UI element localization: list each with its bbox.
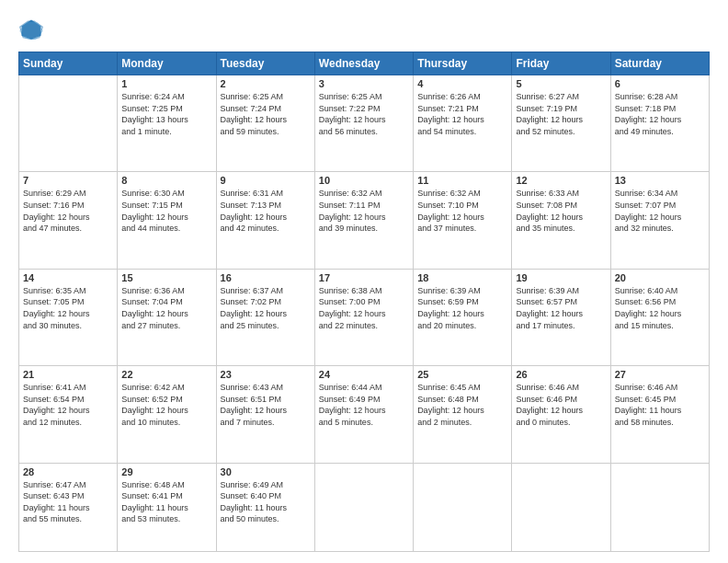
day-info: Sunrise: 6:30 AM Sunset: 7:15 PM Dayligh… — [121, 188, 211, 234]
logo-icon — [18, 17, 44, 42]
day-info: Sunrise: 6:46 AM Sunset: 6:45 PM Dayligh… — [615, 382, 705, 428]
calendar-cell: 16Sunrise: 6:37 AM Sunset: 7:02 PM Dayli… — [216, 269, 314, 365]
calendar-table: SundayMondayTuesdayWednesdayThursdayFrid… — [18, 52, 710, 552]
calendar-cell: 7Sunrise: 6:29 AM Sunset: 7:16 PM Daylig… — [19, 172, 118, 269]
calendar-cell — [314, 463, 413, 552]
day-info: Sunrise: 6:29 AM Sunset: 7:16 PM Dayligh… — [23, 188, 113, 234]
weekday-header-wednesday: Wednesday — [314, 52, 413, 75]
calendar-cell — [19, 75, 118, 172]
calendar-cell: 17Sunrise: 6:38 AM Sunset: 7:00 PM Dayli… — [314, 269, 413, 365]
day-info: Sunrise: 6:45 AM Sunset: 6:48 PM Dayligh… — [417, 382, 507, 428]
calendar-cell: 13Sunrise: 6:34 AM Sunset: 7:07 PM Dayli… — [610, 172, 709, 269]
logo — [18, 17, 48, 42]
day-number: 18 — [417, 272, 507, 283]
day-info: Sunrise: 6:25 AM Sunset: 7:22 PM Dayligh… — [319, 91, 409, 137]
calendar-cell: 4Sunrise: 6:26 AM Sunset: 7:21 PM Daylig… — [414, 75, 512, 172]
weekday-header-row: SundayMondayTuesdayWednesdayThursdayFrid… — [19, 52, 710, 75]
day-number: 23 — [221, 369, 311, 380]
day-info: Sunrise: 6:47 AM Sunset: 6:43 PM Dayligh… — [23, 479, 113, 525]
header — [18, 17, 710, 42]
day-number: 20 — [615, 272, 705, 283]
calendar-cell: 27Sunrise: 6:46 AM Sunset: 6:45 PM Dayli… — [610, 366, 709, 463]
day-number: 9 — [221, 175, 311, 186]
day-number: 21 — [23, 369, 113, 380]
weekday-header-monday: Monday — [118, 52, 216, 75]
calendar-cell: 21Sunrise: 6:41 AM Sunset: 6:54 PM Dayli… — [19, 366, 118, 463]
day-number: 3 — [319, 78, 409, 89]
calendar-cell: 8Sunrise: 6:30 AM Sunset: 7:15 PM Daylig… — [118, 172, 216, 269]
day-number: 12 — [516, 175, 606, 186]
day-info: Sunrise: 6:49 AM Sunset: 6:40 PM Dayligh… — [221, 479, 311, 525]
day-info: Sunrise: 6:40 AM Sunset: 6:56 PM Dayligh… — [615, 285, 705, 331]
calendar-cell: 28Sunrise: 6:47 AM Sunset: 6:43 PM Dayli… — [19, 463, 118, 552]
day-info: Sunrise: 6:34 AM Sunset: 7:07 PM Dayligh… — [615, 188, 705, 234]
calendar-cell: 1Sunrise: 6:24 AM Sunset: 7:25 PM Daylig… — [118, 75, 216, 172]
day-number: 28 — [23, 466, 113, 477]
day-info: Sunrise: 6:46 AM Sunset: 6:46 PM Dayligh… — [516, 382, 606, 428]
day-number: 16 — [221, 272, 311, 283]
day-number: 19 — [516, 272, 606, 283]
day-number: 25 — [417, 369, 507, 380]
day-number: 4 — [417, 78, 507, 89]
day-number: 10 — [319, 175, 409, 186]
day-number: 8 — [121, 175, 211, 186]
day-info: Sunrise: 6:39 AM Sunset: 6:59 PM Dayligh… — [417, 285, 507, 331]
calendar-cell: 23Sunrise: 6:43 AM Sunset: 6:51 PM Dayli… — [216, 366, 314, 463]
day-number: 15 — [121, 272, 211, 283]
calendar-cell: 24Sunrise: 6:44 AM Sunset: 6:49 PM Dayli… — [314, 366, 413, 463]
calendar-cell: 25Sunrise: 6:45 AM Sunset: 6:48 PM Dayli… — [414, 366, 512, 463]
calendar-cell: 19Sunrise: 6:39 AM Sunset: 6:57 PM Dayli… — [512, 269, 610, 365]
day-info: Sunrise: 6:38 AM Sunset: 7:00 PM Dayligh… — [319, 285, 409, 331]
day-number: 22 — [121, 369, 211, 380]
day-info: Sunrise: 6:37 AM Sunset: 7:02 PM Dayligh… — [221, 285, 311, 331]
day-info: Sunrise: 6:42 AM Sunset: 6:52 PM Dayligh… — [121, 382, 211, 428]
calendar-cell — [610, 463, 709, 552]
calendar-cell: 9Sunrise: 6:31 AM Sunset: 7:13 PM Daylig… — [216, 172, 314, 269]
page: SundayMondayTuesdayWednesdayThursdayFrid… — [0, 0, 728, 563]
week-row-4: 21Sunrise: 6:41 AM Sunset: 6:54 PM Dayli… — [19, 366, 710, 463]
day-info: Sunrise: 6:27 AM Sunset: 7:19 PM Dayligh… — [516, 91, 606, 137]
weekday-header-friday: Friday — [512, 52, 610, 75]
day-number: 2 — [221, 78, 311, 89]
day-info: Sunrise: 6:44 AM Sunset: 6:49 PM Dayligh… — [319, 382, 409, 428]
day-number: 30 — [221, 466, 311, 477]
day-number: 5 — [516, 78, 606, 89]
day-number: 1 — [121, 78, 211, 89]
day-number: 29 — [121, 466, 211, 477]
day-info: Sunrise: 6:35 AM Sunset: 7:05 PM Dayligh… — [23, 285, 113, 331]
weekday-header-sunday: Sunday — [19, 52, 118, 75]
day-info: Sunrise: 6:43 AM Sunset: 6:51 PM Dayligh… — [221, 382, 311, 428]
weekday-header-saturday: Saturday — [610, 52, 709, 75]
calendar-cell: 6Sunrise: 6:28 AM Sunset: 7:18 PM Daylig… — [610, 75, 709, 172]
week-row-1: 1Sunrise: 6:24 AM Sunset: 7:25 PM Daylig… — [19, 75, 710, 172]
calendar-cell: 14Sunrise: 6:35 AM Sunset: 7:05 PM Dayli… — [19, 269, 118, 365]
calendar-cell: 2Sunrise: 6:25 AM Sunset: 7:24 PM Daylig… — [216, 75, 314, 172]
calendar-cell: 15Sunrise: 6:36 AM Sunset: 7:04 PM Dayli… — [118, 269, 216, 365]
calendar-cell: 12Sunrise: 6:33 AM Sunset: 7:08 PM Dayli… — [512, 172, 610, 269]
day-info: Sunrise: 6:32 AM Sunset: 7:11 PM Dayligh… — [319, 188, 409, 234]
day-number: 24 — [319, 369, 409, 380]
weekday-header-thursday: Thursday — [414, 52, 512, 75]
day-info: Sunrise: 6:41 AM Sunset: 6:54 PM Dayligh… — [23, 382, 113, 428]
day-info: Sunrise: 6:25 AM Sunset: 7:24 PM Dayligh… — [221, 91, 311, 137]
day-info: Sunrise: 6:32 AM Sunset: 7:10 PM Dayligh… — [417, 188, 507, 234]
day-number: 11 — [417, 175, 507, 186]
day-number: 27 — [615, 369, 705, 380]
calendar-cell: 26Sunrise: 6:46 AM Sunset: 6:46 PM Dayli… — [512, 366, 610, 463]
week-row-5: 28Sunrise: 6:47 AM Sunset: 6:43 PM Dayli… — [19, 463, 710, 552]
day-number: 14 — [23, 272, 113, 283]
day-info: Sunrise: 6:24 AM Sunset: 7:25 PM Dayligh… — [121, 91, 211, 137]
day-info: Sunrise: 6:33 AM Sunset: 7:08 PM Dayligh… — [516, 188, 606, 234]
day-number: 6 — [615, 78, 705, 89]
calendar-cell: 5Sunrise: 6:27 AM Sunset: 7:19 PM Daylig… — [512, 75, 610, 172]
day-number: 26 — [516, 369, 606, 380]
day-info: Sunrise: 6:48 AM Sunset: 6:41 PM Dayligh… — [121, 479, 211, 525]
week-row-2: 7Sunrise: 6:29 AM Sunset: 7:16 PM Daylig… — [19, 172, 710, 269]
day-info: Sunrise: 6:28 AM Sunset: 7:18 PM Dayligh… — [615, 91, 705, 137]
day-info: Sunrise: 6:31 AM Sunset: 7:13 PM Dayligh… — [221, 188, 311, 234]
day-info: Sunrise: 6:26 AM Sunset: 7:21 PM Dayligh… — [417, 91, 507, 137]
calendar-cell: 22Sunrise: 6:42 AM Sunset: 6:52 PM Dayli… — [118, 366, 216, 463]
calendar-cell: 29Sunrise: 6:48 AM Sunset: 6:41 PM Dayli… — [118, 463, 216, 552]
day-info: Sunrise: 6:36 AM Sunset: 7:04 PM Dayligh… — [121, 285, 211, 331]
calendar-cell — [512, 463, 610, 552]
